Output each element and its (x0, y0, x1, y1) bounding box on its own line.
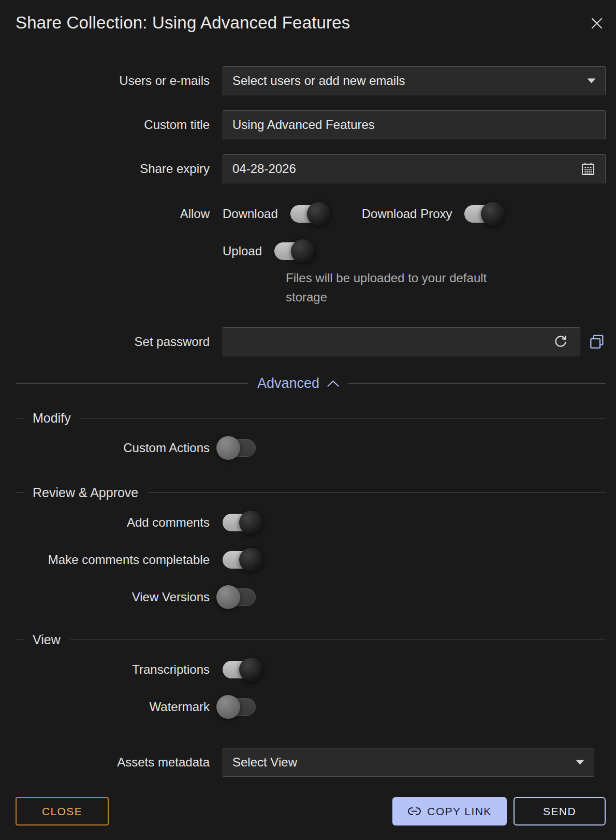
upload-toggle[interactable] (274, 242, 307, 260)
add-comments-toggle[interactable] (223, 514, 256, 531)
section-view-title: View (33, 632, 61, 647)
toggle-knob (216, 436, 240, 460)
divider-line (16, 383, 248, 384)
x-icon (589, 16, 605, 31)
divider-line (80, 418, 606, 418)
toggle-knob (216, 585, 240, 609)
divider-dash (16, 493, 25, 493)
divider-dash (16, 640, 25, 640)
custom-title-label: Custom title (16, 118, 210, 132)
caret-down-icon (576, 760, 584, 765)
advanced-toggle-link[interactable]: Advanced (257, 375, 340, 392)
custom-title-input[interactable] (232, 111, 596, 139)
caret-down-icon (587, 78, 596, 83)
divider-dash (16, 418, 25, 418)
password-field-group (223, 327, 606, 356)
assets-metadata-label: Assets metadata (16, 755, 210, 770)
divider-line (348, 383, 606, 384)
custom-actions-label: Custom Actions (16, 441, 210, 455)
toggle-knob (481, 202, 505, 226)
watermark-toggle[interactable] (223, 698, 256, 716)
section-modify-title: Modify (33, 411, 71, 426)
advanced-divider: Advanced (16, 374, 606, 393)
assets-metadata-row: Assets metadata Select View (16, 748, 606, 777)
toggle-knob (239, 548, 263, 572)
download-toggle[interactable] (290, 205, 324, 223)
watermark-row: Watermark (16, 695, 606, 719)
custom-actions-toggle[interactable] (223, 439, 256, 457)
upload-note: Files will be uploaded to your default s… (286, 268, 524, 307)
password-input[interactable] (232, 328, 553, 356)
share-expiry-fieldbox (223, 154, 606, 183)
allow-label: Allow (16, 202, 210, 226)
make-comments-completable-toggle[interactable] (223, 551, 256, 569)
transcriptions-row: Transcriptions (16, 658, 606, 682)
view-versions-toggle[interactable] (223, 588, 256, 606)
download-proxy-toggle[interactable] (464, 205, 497, 223)
share-collection-dialog: Share Collection: Using Advanced Feature… (0, 0, 616, 840)
dialog-header: Share Collection: Using Advanced Feature… (16, 11, 606, 37)
toggle-knob (291, 239, 315, 263)
copy-icon (588, 333, 606, 351)
toggle-knob (216, 695, 240, 719)
link-icon (407, 807, 421, 816)
make-comments-completable-label: Make comments completable (16, 553, 210, 567)
share-expiry-row: Share expiry (16, 154, 606, 183)
dialog-title: Share Collection: Using Advanced Feature… (16, 11, 350, 34)
download-proxy-label: Download Proxy (362, 207, 452, 221)
allow-line-2: Upload (223, 239, 606, 263)
refresh-icon (553, 334, 568, 350)
assets-metadata-select[interactable]: Select View (223, 748, 594, 777)
generate-password-button[interactable] (553, 334, 568, 350)
divider-line (148, 493, 606, 493)
custom-actions-row: Custom Actions (16, 436, 606, 460)
toggle-knob (239, 658, 263, 682)
chevron-up-icon (327, 380, 340, 387)
custom-title-row: Custom title (16, 110, 606, 139)
copy-password-button[interactable] (588, 333, 606, 351)
set-password-label: Set password (16, 335, 210, 349)
toggle-knob (307, 202, 331, 226)
users-select[interactable]: Select users or add new emails (223, 66, 606, 95)
send-button[interactable]: SEND (514, 797, 606, 825)
add-comments-row: Add comments (16, 511, 606, 534)
set-password-row: Set password (16, 327, 606, 356)
view-versions-row: View Versions (16, 585, 606, 609)
make-comments-completable-row: Make comments completable (16, 548, 606, 572)
toggle-knob (239, 511, 263, 534)
assets-metadata-value: Select View (232, 755, 569, 770)
view-versions-label: View Versions (16, 590, 210, 604)
users-row: Users or e-mails Select users or add new… (16, 66, 606, 95)
copy-link-label: COPY LINK (427, 805, 491, 818)
section-review-header: Review & Approve (16, 484, 606, 501)
custom-title-fieldbox (223, 110, 606, 139)
section-modify-header: Modify (16, 409, 606, 427)
allow-line-1: Download Download Proxy (223, 202, 606, 226)
divider-line (70, 640, 606, 640)
calendar-icon[interactable] (580, 161, 596, 177)
transcriptions-label: Transcriptions (16, 662, 210, 677)
close-icon[interactable] (588, 11, 606, 37)
password-fieldbox (223, 327, 580, 356)
watermark-label: Watermark (16, 700, 210, 714)
section-view-header: View (16, 631, 606, 648)
users-select-value: Select users or add new emails (232, 74, 581, 88)
add-comments-label: Add comments (16, 515, 210, 530)
share-expiry-input[interactable] (232, 155, 574, 183)
dialog-footer: CLOSE COPY LINK SEND (16, 797, 606, 825)
transcriptions-toggle[interactable] (223, 661, 256, 678)
section-review-title: Review & Approve (33, 485, 138, 500)
close-button[interactable]: CLOSE (16, 797, 109, 825)
download-label: Download (223, 207, 278, 221)
upload-label: Upload (223, 244, 262, 258)
users-label: Users or e-mails (16, 74, 210, 88)
copy-link-button[interactable]: COPY LINK (392, 797, 507, 825)
share-expiry-label: Share expiry (16, 162, 210, 176)
allow-row: Allow Download Download Proxy Upload Fil… (16, 202, 606, 307)
advanced-label: Advanced (257, 375, 319, 392)
allow-toggles: Download Download Proxy Upload Files wil… (223, 202, 606, 307)
